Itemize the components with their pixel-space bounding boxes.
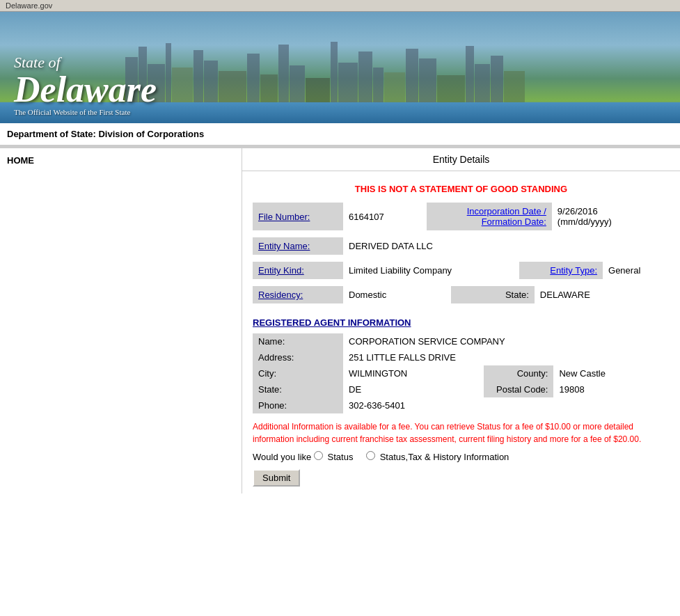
browser-tab-bar: Delaware.gov — [0, 0, 680, 12]
agent-state-label: State: — [253, 381, 343, 397]
browser-url: Delaware.gov — [6, 1, 52, 10]
residency-table: Residency: Domestic State: DELAWARE — [253, 286, 670, 303]
agent-county-label: County: — [484, 365, 553, 381]
file-number-label-cell: File Number: — [253, 203, 343, 230]
entity-type-label-cell: Entity Type: — [519, 262, 603, 279]
agent-address-row: Address: 251 LITTLE FALLS DRIVE — [253, 349, 670, 365]
banner: State of Delaware The Official Website o… — [0, 12, 680, 123]
entity-name-table: Entity Name: DERIVED DATA LLC — [253, 237, 670, 255]
state-label-cell: State: — [451, 286, 535, 303]
radio-section: Would you like Status Status,Tax & Histo… — [253, 451, 670, 462]
not-good-standing-warning: THIS IS NOT A STATEMENT OF GOOD STANDING — [253, 178, 670, 203]
agent-name-row: Name: CORPORATION SERVICE COMPANY — [253, 333, 670, 349]
agent-city-row: City: WILMINGTON County: New Castle — [253, 365, 670, 381]
entity-type-link[interactable]: Entity Type: — [550, 265, 597, 276]
entity-kind-link[interactable]: Entity Kind: — [258, 265, 304, 276]
entity-kind-value: Limited Liability Company — [343, 262, 519, 279]
banner-text: State of Delaware The Official Website o… — [14, 54, 157, 116]
agent-address-label: Address: — [253, 349, 343, 365]
sidebar: HOME — [0, 148, 242, 493]
entity-name-row: Entity Name: DERIVED DATA LLC — [253, 237, 670, 255]
main-layout: HOME Entity Details THIS IS NOT A STATEM… — [0, 148, 680, 493]
sidebar-home-link[interactable]: HOME — [7, 155, 235, 166]
file-number-table: File Number: 6164107 Incorporation Date … — [253, 203, 670, 230]
submit-section: Submit — [253, 469, 670, 487]
agent-state-row: State: DE Postal Code: 19808 — [253, 381, 670, 397]
agent-name-value: CORPORATION SERVICE COMPANY — [343, 333, 670, 349]
file-number-link[interactable]: File Number: — [258, 212, 310, 222]
status-tax-radio[interactable] — [366, 451, 375, 460]
entity-name-link[interactable]: Entity Name: — [258, 241, 310, 251]
file-number-row: File Number: 6164107 Incorporation Date … — [253, 203, 670, 230]
dept-title: Department of State: Division of Corpora… — [7, 129, 204, 139]
file-number-value: 6164107 — [343, 203, 427, 230]
residency-link[interactable]: Residency: — [258, 290, 303, 300]
entity-kind-row: Entity Kind: Limited Liability Company E… — [253, 262, 670, 279]
incorporation-date-value: 9/26/2016 (mm/dd/yyyy) — [552, 203, 670, 230]
additional-info-text: Additional Information is available for … — [253, 420, 670, 445]
agent-phone-value: 302-636-5401 — [343, 397, 670, 413]
submit-button[interactable]: Submit — [253, 469, 300, 487]
status-tax-radio-text: Status,Tax & History Information — [380, 452, 509, 462]
status-tax-radio-label[interactable]: Status,Tax & History Information — [366, 452, 509, 462]
agent-city-label: City: — [253, 365, 343, 381]
agent-state-value: DE — [343, 381, 484, 397]
status-radio-text: Status — [328, 452, 354, 462]
banner-overlay: State of Delaware The Official Website o… — [0, 12, 680, 123]
agent-address-value: 251 LITTLE FALLS DRIVE — [343, 349, 670, 365]
incorporation-date-link[interactable]: Incorporation Date / Formation Date: — [467, 206, 546, 227]
residency-row: Residency: Domestic State: DELAWARE — [253, 286, 670, 303]
residency-value: Domestic — [343, 286, 451, 303]
state-value: DELAWARE — [535, 286, 670, 303]
entity-name-value: DERIVED DATA LLC — [343, 237, 670, 255]
agent-postal-label: Postal Code: — [484, 381, 553, 397]
entity-kind-label-cell: Entity Kind: — [253, 262, 343, 279]
content-area: Entity Details THIS IS NOT A STATEMENT O… — [242, 148, 680, 493]
agent-name-label: Name: — [253, 333, 343, 349]
agent-city-value: WILMINGTON — [343, 365, 484, 381]
entity-kind-table: Entity Kind: Limited Liability Company E… — [253, 262, 670, 279]
residency-label-cell: Residency: — [253, 286, 343, 303]
entity-name-label-cell: Entity Name: — [253, 237, 343, 255]
agent-phone-row: Phone: 302-636-5401 — [253, 397, 670, 413]
agent-table: Name: CORPORATION SERVICE COMPANY Addres… — [253, 333, 670, 413]
entity-details-body: THIS IS NOT A STATEMENT OF GOOD STANDING… — [242, 171, 680, 493]
radio-prompt: Would you like — [253, 452, 311, 462]
dept-header: Department of State: Division of Corpora… — [0, 123, 680, 146]
status-radio-label[interactable]: Status — [314, 452, 356, 462]
entity-type-value: General — [603, 262, 670, 279]
entity-details-header: Entity Details — [242, 148, 680, 171]
registered-agent-section: REGISTERED AGENT INFORMATION — [253, 310, 670, 333]
entity-details-title: Entity Details — [433, 154, 490, 165]
registered-agent-title[interactable]: REGISTERED AGENT INFORMATION — [253, 310, 670, 333]
status-radio[interactable] — [314, 451, 323, 460]
agent-postal-value: 19808 — [553, 381, 670, 397]
delaware-label: Delaware — [14, 72, 157, 108]
state-label: State: — [505, 290, 529, 300]
agent-phone-label: Phone: — [253, 397, 343, 413]
agent-county-value: New Castle — [553, 365, 670, 381]
incorporation-date-label-cell: Incorporation Date / Formation Date: — [427, 203, 552, 230]
